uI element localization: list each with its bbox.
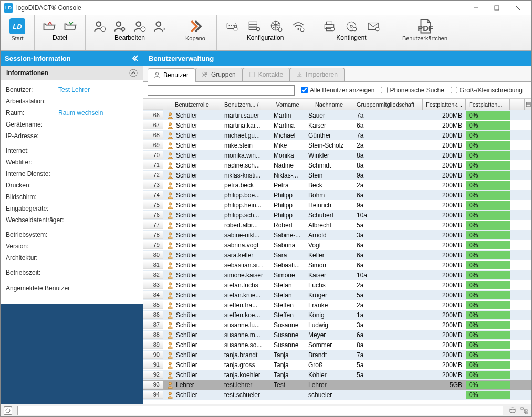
database-icon[interactable] [508, 406, 517, 415]
cell-role: Schüler [163, 251, 221, 259]
kopano-button[interactable]: Kopano [179, 15, 212, 41]
table-row[interactable]: 88Schülersusanne.m...SusanneMeyer6a200MB… [143, 330, 531, 340]
table-row[interactable]: 71Schülernadine.sch...NadineSchmidt8a200… [143, 160, 531, 170]
cell-nachname: König [305, 311, 353, 319]
cell-quota: 200MB [423, 131, 466, 140]
table-row[interactable]: 90Schülertanja.brandtTanjaBrandt7a200MB0… [143, 350, 531, 360]
column-vorname[interactable]: Vorname [270, 99, 305, 110]
table-row[interactable]: 85Schülersteffen.fra...SteffenFranke2a20… [143, 300, 531, 310]
column-gruppen[interactable]: Gruppenmitgliedschaft [353, 99, 423, 110]
table-body[interactable]: 66Schülermartin.sauerMartinSauer7a200MB0… [143, 110, 531, 404]
tab-kontakte[interactable]: Kontakte [243, 68, 290, 81]
table-row[interactable]: 81Schülersebastian.si...Sebasti...Simon6… [143, 260, 531, 270]
cell-role: Schüler [163, 331, 221, 339]
tree-icon[interactable] [520, 406, 528, 415]
cell-role: Schüler [163, 301, 221, 309]
minimize-button[interactable] [465, 1, 486, 15]
cell-quota: 200MB [423, 271, 466, 279]
cell-quota: 200MB [423, 161, 466, 170]
table-row[interactable]: 78Schülersabine-nikl...Sabine-...Arnold3… [143, 230, 531, 240]
column-nachname[interactable]: Nachname [305, 99, 353, 110]
table-row[interactable]: 91Schülertanja.grossTanjaGroß5a200MB0% [143, 360, 531, 370]
table-row[interactable]: 84Schülerstefan.krue...StefanKrüger5a200… [143, 290, 531, 300]
cell-index: 93 [143, 381, 163, 389]
cell-quota: 200MB [423, 211, 466, 220]
table-row[interactable]: 67Schülermartina.kai...MartinaKaiser6a20… [143, 120, 531, 130]
label-version: Version: [6, 243, 58, 251]
table-row[interactable]: 68Schülermichael.gu...MichaelGünther7a20… [143, 130, 531, 140]
table-row[interactable]: 69Schülermike.steinMikeStein-Scholz2a200… [143, 140, 531, 150]
usercards-button[interactable]: PDF Benutzerkärtchen [393, 15, 456, 41]
table-row[interactable]: 83Schülerstefan.fuchsStefanFuchs2a200MB0… [143, 280, 531, 290]
status-menu-button[interactable] [4, 406, 12, 415]
tab-gruppen[interactable]: Gruppen [195, 68, 243, 81]
svg-point-63 [169, 322, 171, 325]
config-server-button[interactable] [243, 15, 265, 34]
check-phonetische[interactable]: Phonetische Suche [381, 87, 444, 94]
cell-vorname: Simone [270, 271, 305, 279]
start-button[interactable]: LD Start [5, 15, 30, 41]
informationen-header[interactable]: Informationen [1, 66, 143, 80]
config-web-button[interactable] [265, 15, 287, 34]
user-settings-button[interactable] [110, 15, 130, 34]
user-remove-button[interactable] [130, 15, 150, 34]
table-row[interactable]: 73Schülerpetra.beckPetraBeck2a200MB0% [143, 180, 531, 190]
table-row[interactable]: 79Schülersabrina.vogtSabrinaVogt6a200MB0… [143, 240, 531, 250]
print-quota-button[interactable] [318, 15, 340, 34]
column-quota[interactable]: Festplattenk... [423, 99, 466, 110]
label-bildschirm: Bildschirm: [6, 193, 58, 202]
wifi-gear-icon [290, 18, 306, 34]
close-button[interactable] [507, 1, 528, 15]
cell-role: Schüler [163, 321, 221, 329]
value-benutzer[interactable]: Test Lehrer [58, 86, 90, 95]
column-index[interactable] [143, 99, 163, 110]
cell-nachname: Arnold [305, 231, 353, 239]
cell-usage: 0% [466, 161, 510, 170]
column-usage[interactable]: Festplatten... [466, 99, 510, 110]
table-row[interactable]: 92Schülertanja.koehlerTanjaKöhler5a200MB… [143, 370, 531, 380]
table-row[interactable]: 86Schülersteffen.koe...SteffenKönig1a200… [143, 310, 531, 320]
table-row[interactable]: 72Schülerniklas-kristi...Niklas-...Stein… [143, 170, 531, 180]
tab-benutzer[interactable]: Benutzer [148, 68, 195, 82]
table-row[interactable]: 75Schülerphilipp.hein...PhilippHeinrich9… [143, 200, 531, 210]
table-row[interactable]: 80Schülersara.kellerSaraKeller6a200MB0% [143, 250, 531, 260]
file-save-button[interactable] [60, 15, 81, 34]
table-row[interactable]: 76Schülerphilipp.sch...PhilippSchubert10… [143, 210, 531, 220]
file-open-button[interactable] [39, 15, 60, 34]
table-row[interactable]: 82Schülersimone.kaiserSimoneKaiser10a200… [143, 270, 531, 280]
svg-rect-73 [521, 408, 523, 409]
check-alle-benutzer[interactable]: Alle Benutzer anzeigen [301, 87, 374, 94]
table-row[interactable]: 66Schülermartin.sauerMartinSauer7a200MB0… [143, 110, 531, 120]
config-password-button[interactable] [221, 15, 243, 34]
user-convert-button[interactable] [150, 15, 170, 34]
maximize-button[interactable] [486, 1, 507, 15]
table-row[interactable]: 70Schülermonika.win...MonikaWinkler8a200… [143, 150, 531, 160]
statusbar [1, 404, 531, 416]
link-raum-wechseln[interactable]: Raum wechseln [58, 109, 103, 118]
config-wifi-button[interactable] [287, 15, 309, 34]
svg-point-69 [169, 382, 171, 384]
column-username[interactable]: Benutzern... / [221, 99, 270, 110]
check-case[interactable]: Groß-/Kleinschreibung [451, 87, 523, 94]
svg-point-72 [510, 408, 515, 410]
table-row[interactable]: 94Schülertest.schuelerschueler0% [143, 390, 531, 400]
session-info-header[interactable]: Session-Information [1, 51, 143, 66]
mail-quota-button[interactable] [362, 15, 384, 34]
cell-role: Schüler [163, 261, 221, 269]
filter-input[interactable] [148, 85, 295, 96]
column-config-button[interactable] [524, 99, 531, 110]
svg-point-47 [169, 162, 171, 165]
cell-usage: 0% [466, 171, 510, 180]
table-row[interactable]: 89Schülersusanne.so...SusanneSommer8a200… [143, 340, 531, 350]
column-role[interactable]: Benutzerrolle [163, 99, 221, 110]
disk-quota-button[interactable] [340, 15, 362, 34]
table-row[interactable]: 87Schülersusanne.lu...SusanneLudwig3a200… [143, 320, 531, 330]
table-row[interactable]: 74Schülerphilipp.boe...PhilippBöhm6a200M… [143, 190, 531, 200]
table-row[interactable]: 77Schülerrobert.albr...RobertAlbrecht5a2… [143, 220, 531, 230]
tab-importieren[interactable]: Importieren [290, 68, 345, 81]
table-row[interactable]: 93Lehrertest.lehrerTestLehrer5GB0% [143, 380, 531, 390]
cell-group: 9a [353, 201, 423, 210]
envelope-icon [366, 18, 381, 34]
svg-point-37 [203, 72, 205, 74]
user-add-button[interactable] [90, 15, 110, 34]
